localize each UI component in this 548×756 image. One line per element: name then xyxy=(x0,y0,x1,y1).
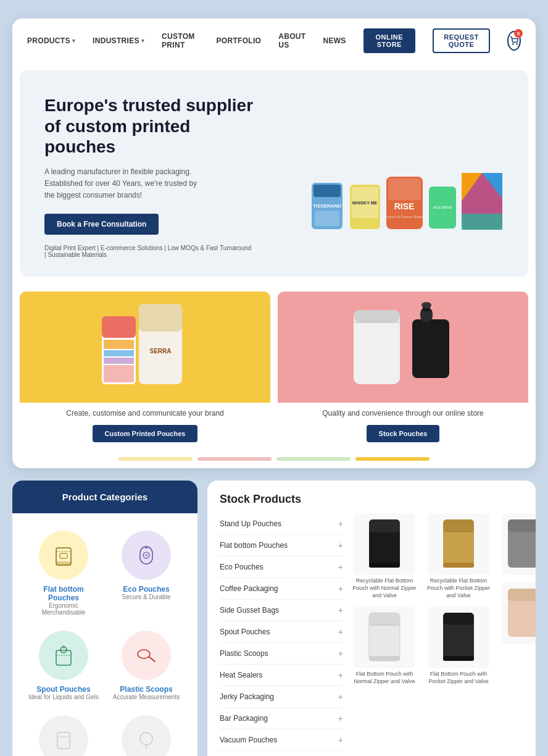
request-quote-button[interactable]: REQUEST QUOTE xyxy=(433,28,490,53)
plus-icon: + xyxy=(338,605,343,615)
svg-rect-72 xyxy=(508,589,536,601)
cat-name-eco: Eco Pouches xyxy=(123,585,169,594)
hero-images: TISSERAND WHISKY ME RISE Protein & Peanu… xyxy=(254,121,504,232)
svg-text:RISE: RISE xyxy=(394,201,415,211)
plus-icon: + xyxy=(338,540,343,550)
plus-icon: + xyxy=(338,584,343,594)
cat-icon-eco xyxy=(122,531,171,580)
svg-rect-28 xyxy=(104,365,134,382)
list-item-spout[interactable]: Spout Pouches + xyxy=(220,621,343,643)
spout-icon xyxy=(51,643,76,668)
custom-pouches-desc: Create, customise and communicate your b… xyxy=(20,403,270,420)
navbar: PRODUCTS ▾ INDUSTRIES ▾ CUSTOM PRINT POR… xyxy=(12,19,536,63)
product-partial-1[interactable] xyxy=(499,513,536,575)
cat-name-flat-bottom: Flat bottom Pouches xyxy=(27,585,100,602)
nav-products[interactable]: PRODUCTS ▾ xyxy=(27,36,75,45)
category-eco[interactable]: Eco Pouches Secure & Durable xyxy=(105,523,188,623)
custom-pouches-card: SERRA Create, customise and communicate … xyxy=(20,292,270,450)
svg-rect-10 xyxy=(388,178,421,200)
stock-pouches-desc: Quality and convenience through our onli… xyxy=(278,403,528,420)
list-item-flat-bottom[interactable]: Flat bottom Pouches + xyxy=(220,535,343,556)
category-spout[interactable]: Spout Pouches Ideal for Liquids and Gels xyxy=(22,623,105,708)
svg-rect-30 xyxy=(354,310,400,322)
hero-subtitle: A leading manufacturer in flexible packa… xyxy=(44,166,205,202)
hero-pouch-colorful xyxy=(460,170,504,232)
category-scoops[interactable]: Plastic Scoops Accurate Measurements xyxy=(105,623,188,708)
svg-point-35 xyxy=(421,302,431,308)
list-item-coffee[interactable]: Coffee Packaging + xyxy=(220,578,343,600)
list-item-stand-up[interactable]: Stand Up Pouches + xyxy=(220,513,343,535)
stock-product-illustration xyxy=(317,292,489,403)
plus-icon: + xyxy=(338,562,343,572)
svg-rect-24 xyxy=(102,316,136,338)
nav-news[interactable]: NEWS xyxy=(323,36,346,45)
svg-point-0 xyxy=(513,44,513,44)
custom-pouches-button[interactable]: Custom Printed Pouches xyxy=(93,425,198,442)
plus-icon: + xyxy=(338,692,343,702)
list-item-tin-tie[interactable]: Tin Tie Bags + xyxy=(220,751,343,756)
svg-rect-32 xyxy=(412,319,449,378)
online-store-button[interactable]: ONLINE STORE xyxy=(363,28,415,53)
extra-icon-1 xyxy=(51,728,76,752)
product-col-2: Recyclable Flat Bottom Pouch with Pocket… xyxy=(425,513,492,756)
svg-rect-62 xyxy=(443,519,474,532)
list-item-heat-sealers[interactable]: Heat Sealers + xyxy=(220,665,343,686)
nav-industries[interactable]: INDUSTRIES ▾ xyxy=(93,36,144,45)
plus-icon: + xyxy=(338,713,343,723)
product-gold-flat[interactable]: Recyclable Flat Bottom Pouch with Pocket… xyxy=(425,513,492,599)
list-item-jerky[interactable]: Jerky Packaging + xyxy=(220,686,343,708)
color-bar-3 xyxy=(276,457,351,461)
svg-point-51 xyxy=(140,733,152,745)
category-extra-1[interactable] xyxy=(22,708,105,756)
categories-card: Product Categories Flat bottom Pouches E… xyxy=(12,481,197,756)
stock-list: Stand Up Pouches + Flat bottom Pouches +… xyxy=(220,513,343,756)
hero-section: Europe's trusted supplier of custom prin… xyxy=(20,70,528,277)
hero-pouch-4: eco blend xyxy=(427,183,458,232)
svg-rect-3 xyxy=(313,185,341,197)
category-flat-bottom[interactable]: Flat bottom Pouches Ergonomic Merchandis… xyxy=(22,523,105,623)
stock-card: Stock Products Stand Up Pouches + Flat b… xyxy=(207,481,536,756)
stock-pouches-button[interactable]: Stock Pouches xyxy=(367,425,440,442)
nav-custom-print[interactable]: CUSTOM PRINT xyxy=(162,32,199,49)
list-item-vacuum[interactable]: Vacuum Pouches + xyxy=(220,729,343,751)
list-item-bar[interactable]: Bar Packaging + xyxy=(220,708,343,729)
flat-bottom-icon xyxy=(51,543,76,568)
svg-text:TISSERAND: TISSERAND xyxy=(313,203,341,209)
cat-icon-flat-bottom xyxy=(39,531,88,580)
svg-point-42 xyxy=(145,554,147,556)
plus-icon: + xyxy=(338,735,343,745)
plus-icon: + xyxy=(338,519,343,529)
svg-point-1 xyxy=(517,44,517,44)
stock-pouches-card: Quality and convenience through our onli… xyxy=(278,292,528,450)
color-bar-1 xyxy=(118,457,193,461)
stock-content: Stand Up Pouches + Flat bottom Pouches +… xyxy=(220,513,523,756)
hero-cta-button[interactable]: Book a Free Consultation xyxy=(44,214,159,235)
cart-button[interactable]: 0 xyxy=(507,31,521,51)
hero-pouch-1: TISSERAND xyxy=(309,177,346,232)
list-item-eco[interactable]: Eco Pouches + xyxy=(220,556,343,578)
categories-grid: Flat bottom Pouches Ergonomic Merchandis… xyxy=(12,513,197,756)
list-item-plastic-scoops[interactable]: Plastic Scoops + xyxy=(220,643,343,665)
stock-list-section: Stand Up Pouches + Flat bottom Pouches +… xyxy=(220,513,343,756)
svg-rect-49 xyxy=(57,733,70,749)
cat-icon-spout xyxy=(39,631,88,680)
svg-rect-58 xyxy=(369,613,400,625)
color-bar-2 xyxy=(197,457,272,461)
hero-text: Europe's trusted supplier of custom prin… xyxy=(44,95,254,258)
product-white-flat[interactable]: Flat Bottom Pouch with Normal Zipper and… xyxy=(351,607,418,685)
product-label-black: Recyclable Flat Bottom Pouch with Normal… xyxy=(351,578,418,599)
product-dark-flat[interactable]: Flat Bottom Pouch with Pocket Zipper and… xyxy=(425,607,492,685)
nav-about-us[interactable]: ABOUT US xyxy=(278,32,305,49)
nav-portfolio[interactable]: PORTFOLIO xyxy=(217,36,262,45)
stock-pouches-image xyxy=(278,292,528,403)
cat-desc-spout: Ideal for Liquids and Gels xyxy=(28,694,98,700)
product-img-gold xyxy=(428,513,489,575)
svg-rect-68 xyxy=(443,656,474,661)
product-black-flat[interactable]: Recyclable Flat Bottom Pouch with Normal… xyxy=(351,513,418,599)
product-col-1: Recyclable Flat Bottom Pouch with Normal… xyxy=(351,513,418,756)
svg-rect-25 xyxy=(104,340,134,349)
product-partial-2[interactable] xyxy=(499,582,536,644)
category-extra-2[interactable] xyxy=(105,708,188,756)
cart-icon xyxy=(510,36,518,45)
list-item-side-gusset[interactable]: Side Gusset Bags + xyxy=(220,600,343,621)
